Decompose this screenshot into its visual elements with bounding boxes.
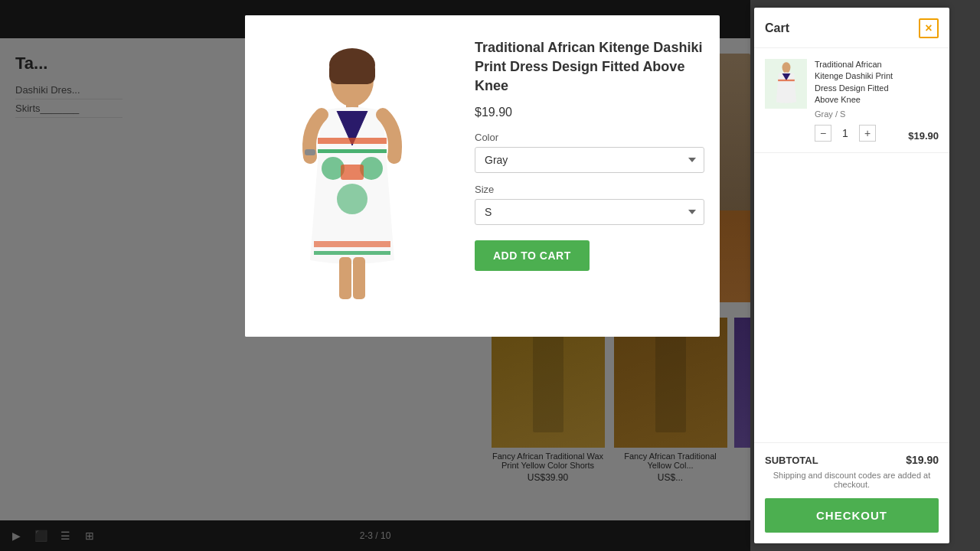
svg-point-9: [337, 184, 368, 214]
add-to-cart-button[interactable]: ADD TO CART: [475, 240, 590, 271]
cart-item-name: Traditional African Kitenge Dashiki Prin…: [815, 59, 900, 106]
modal-product-price: $19.90: [475, 106, 704, 119]
color-label: Color: [475, 132, 704, 143]
svg-rect-12: [339, 257, 351, 299]
size-select[interactable]: S XS M L XL: [475, 199, 704, 225]
color-select[interactable]: Gray Black White Blue Red: [475, 147, 704, 173]
cart-item-details: Traditional African Kitenge Dashiki Prin…: [815, 59, 900, 142]
svg-rect-13: [353, 257, 365, 299]
svg-rect-8: [341, 165, 364, 180]
svg-rect-10: [314, 241, 390, 247]
shipping-note: Shipping and discount codes are added at…: [765, 471, 939, 489]
cart-subtotal-section: SUBTOTAL $19.90 Shipping and discount co…: [754, 442, 949, 543]
cart-item-quantity: − 1 +: [815, 125, 900, 142]
size-label: Size: [475, 184, 704, 195]
cart-item-variant: Gray / S: [815, 109, 900, 119]
modal-image-section: [245, 15, 459, 337]
qty-increase-button[interactable]: +: [859, 125, 876, 142]
product-modal: Traditional African Kitenge Dashiki Prin…: [245, 15, 720, 337]
modal-details: Traditional African Kitenge Dashiki Prin…: [459, 15, 720, 337]
modal-product-title: Traditional African Kitenge Dashiki Prin…: [475, 38, 704, 96]
svg-rect-11: [314, 251, 390, 255]
subtotal-row: SUBTOTAL $19.90: [765, 454, 939, 466]
cart-close-button[interactable]: ×: [919, 18, 939, 38]
checkout-button[interactable]: CHECKOUT: [765, 498, 939, 533]
cart-header: Cart ×: [754, 8, 949, 48]
svg-rect-17: [778, 79, 795, 80]
svg-rect-5: [318, 149, 387, 153]
qty-value: 1: [838, 127, 853, 139]
qty-decrease-button[interactable]: −: [815, 125, 831, 142]
svg-rect-4: [318, 138, 387, 144]
cart-item-image: [765, 59, 807, 109]
cart-title: Cart: [765, 21, 789, 35]
subtotal-label: SUBTOTAL: [765, 455, 818, 466]
product-dress-image: [276, 46, 429, 306]
cart-panel: Cart × Traditional African Kitenge Dashi…: [754, 8, 949, 543]
subtotal-amount: $19.90: [906, 454, 939, 466]
svg-rect-2: [329, 61, 375, 84]
cart-item: Traditional African Kitenge Dashiki Prin…: [754, 48, 949, 153]
svg-rect-14: [305, 149, 315, 155]
cart-item-price: $19.90: [908, 130, 939, 142]
